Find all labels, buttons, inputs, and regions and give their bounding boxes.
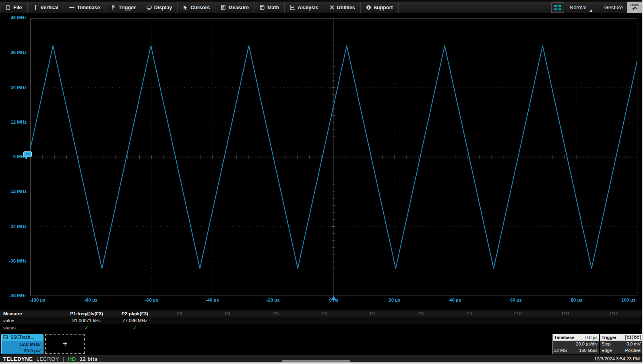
gesture-button[interactable]: Gesture bbox=[604, 4, 623, 10]
measure-column-header[interactable]: P8 . . . bbox=[401, 310, 449, 317]
y-axis-tick-label: 24 MHz bbox=[0, 85, 27, 90]
vertical-arrows-icon bbox=[33, 5, 38, 10]
measure-status bbox=[546, 324, 594, 331]
brand-teledyne: TELEDYNE bbox=[3, 356, 33, 362]
dropdown-corner-icon bbox=[589, 9, 592, 12]
x-axis-tick-label: 100 µs bbox=[621, 298, 635, 302]
timebase-scale-row: 20.0 µs/div bbox=[553, 341, 599, 347]
measure-value bbox=[546, 317, 594, 324]
x-axis-tick-label: -80 µs bbox=[84, 298, 97, 302]
y-axis-tick-label: 12 MHz bbox=[0, 120, 27, 124]
measure-status-check: ✓ bbox=[62, 324, 111, 331]
undo-arrow-icon: ↶ bbox=[633, 6, 637, 12]
f3-descriptor-body: 12.0 MHz/ 20.0 µs/ bbox=[2, 341, 43, 354]
measure-column-header[interactable]: P12 . . . bbox=[594, 310, 642, 317]
measure-column-header[interactable]: P2:pkpk(F3) bbox=[111, 310, 159, 317]
quad-grid-icon bbox=[554, 5, 561, 10]
f3-descriptor-box[interactable]: F3SSCTrack... 12.0 MHz/ 20.0 µs/ bbox=[1, 334, 43, 354]
trigger-mode: Stop bbox=[602, 341, 611, 346]
view-mode-label: Normal bbox=[570, 4, 587, 10]
menu-item-label: Math bbox=[267, 5, 279, 10]
x-axis-tick-label: -20 µs bbox=[267, 298, 280, 302]
measure-value bbox=[159, 317, 207, 324]
measure-value bbox=[594, 317, 642, 324]
oscilloscope-app: FileVerticalTimebaseTriggerDisplayCursor… bbox=[0, 0, 643, 364]
y-axis-tick-label: -12 MHz bbox=[0, 189, 27, 194]
horizontal-arrows-icon bbox=[69, 5, 74, 10]
measure-table: MeasureP1:freq@lv(F3)P2:pkpk(F3)P3 . . .… bbox=[0, 310, 643, 331]
measure-column-header[interactable]: P7 . . . bbox=[352, 310, 401, 317]
measure-value: 31.00071 kHz bbox=[62, 317, 111, 324]
measure-column-header[interactable]: P6 . . . bbox=[304, 310, 352, 317]
info-icon bbox=[366, 5, 371, 10]
x-axis-tick-label: -60 µs bbox=[145, 298, 158, 302]
menu-item-label: Support bbox=[374, 5, 393, 10]
measure-column-header[interactable]: P10 . . . bbox=[497, 310, 546, 317]
f3-id: F3 bbox=[3, 335, 8, 339]
trigger-type: Edge bbox=[602, 348, 612, 353]
measure-value bbox=[304, 317, 352, 324]
add-trace-button[interactable]: + bbox=[45, 334, 85, 354]
datetime-display: 12/3/2024 3:54:23 PM bbox=[594, 356, 640, 361]
pointer-icon bbox=[183, 5, 188, 10]
f3-descriptor-header: F3SSCTrack... bbox=[2, 334, 43, 341]
trigger-source-badges: C1 DC bbox=[625, 335, 641, 340]
trigger-type-row: Edge Positive bbox=[600, 347, 642, 354]
measure-value bbox=[352, 317, 401, 324]
timebase-samples: 32 MS bbox=[554, 348, 567, 353]
trigger-source-badge: C1 bbox=[625, 335, 633, 340]
menu-item-trigger[interactable]: Trigger bbox=[105, 2, 141, 13]
menu-item-label: Vertical bbox=[41, 5, 58, 10]
file-icon bbox=[6, 5, 11, 10]
menu-item-analysis[interactable]: Analysis bbox=[285, 2, 324, 13]
measure-column-header[interactable]: P3 . . . bbox=[159, 310, 207, 317]
menu-item-cursors[interactable]: Cursors bbox=[178, 2, 215, 13]
status-row-label: status bbox=[0, 324, 62, 331]
trigger-coupling-badge: DC bbox=[633, 335, 641, 340]
measure-column-header[interactable]: P5 . . . bbox=[256, 310, 304, 317]
waveform-display[interactable] bbox=[30, 18, 637, 296]
menu-item-label: Analysis bbox=[298, 5, 318, 10]
trigger-mode-row: Stop 0.0 mV bbox=[600, 341, 642, 347]
y-axis-tick-label: 48 MHz bbox=[0, 15, 27, 20]
calculator-icon bbox=[260, 5, 265, 10]
x-axis-tick-label: 20 µs bbox=[389, 298, 400, 302]
measure-column-header[interactable]: P11 . . . bbox=[546, 310, 594, 317]
undo-button[interactable]: Undo ↶ bbox=[627, 2, 642, 13]
menu-item-measure[interactable]: Measure bbox=[215, 2, 254, 13]
menu-item-support[interactable]: Support bbox=[361, 2, 399, 13]
timebase-offset: 0.0 µs bbox=[585, 335, 598, 340]
timebase-box[interactable]: Timebase 0.0 µs 20.0 µs/div 32 MS 160 GS… bbox=[552, 334, 599, 354]
menu-item-display[interactable]: Display bbox=[141, 2, 178, 13]
hd-label: HD bbox=[68, 356, 76, 362]
menu-bar: FileVerticalTimebaseTriggerDisplayCursor… bbox=[0, 0, 642, 13]
f3-trace-indicator[interactable]: F3 bbox=[23, 151, 32, 157]
menu-item-utilities[interactable]: Utilities bbox=[324, 2, 361, 13]
menu-item-math[interactable]: Math bbox=[254, 2, 285, 13]
menu-item-file[interactable]: File bbox=[0, 2, 28, 13]
menu-item-vertical[interactable]: Vertical bbox=[28, 2, 64, 13]
trigger-position-marker[interactable] bbox=[331, 296, 336, 300]
grid-view-button[interactable] bbox=[551, 2, 564, 13]
brand-lecroy: LECROY bbox=[36, 356, 59, 362]
measure-status-check: ✓ bbox=[111, 324, 159, 331]
menu-item-label: Trigger bbox=[118, 5, 135, 10]
chart-icon bbox=[290, 5, 295, 10]
wrench-icon bbox=[329, 5, 335, 10]
measure-status bbox=[401, 324, 449, 331]
brand-logo: TELEDYNE LECROY | HD 12 bits bbox=[3, 356, 97, 362]
measure-column-header[interactable]: P1:freq@lv(F3) bbox=[62, 310, 111, 317]
y-axis-tick-label: -36 MHz bbox=[0, 259, 27, 263]
bottom-scroll-handle[interactable] bbox=[282, 360, 350, 362]
trigger-header: Trigger C1 DC bbox=[600, 334, 642, 341]
menu-item-timebase[interactable]: Timebase bbox=[64, 2, 105, 13]
list-icon bbox=[221, 5, 226, 10]
measure-column-header[interactable]: P9 . . . bbox=[449, 310, 497, 317]
timebase-sample-rate: 160 GS/s bbox=[579, 348, 598, 353]
measure-value bbox=[449, 317, 497, 324]
view-mode-dropdown[interactable]: Normal bbox=[567, 3, 593, 12]
trigger-box[interactable]: Trigger C1 DC Stop 0.0 mV Edge Positive bbox=[600, 334, 642, 354]
trigger-title: Trigger bbox=[602, 335, 616, 340]
trigger-level: 0.0 mV bbox=[626, 341, 641, 346]
measure-column-header[interactable]: P4 . . . bbox=[207, 310, 256, 317]
